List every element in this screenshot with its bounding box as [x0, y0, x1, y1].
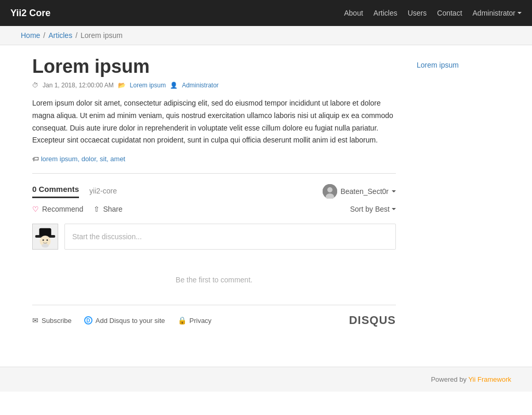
navbar-brand[interactable]: Yii2 Core [10, 8, 50, 19]
commenter-avatar-svg [33, 224, 58, 249]
tag-amet[interactable]: amet [110, 155, 125, 163]
tag-lorem-ipsum[interactable]: lorem ipsum [41, 155, 78, 163]
recommend-button[interactable]: ♡ Recommend [32, 205, 83, 213]
nav-item-articles[interactable]: Articles [374, 9, 397, 17]
disqus-logo: DISQUS [349, 314, 396, 327]
nav-item-about[interactable]: About [344, 9, 363, 17]
sort-caret [392, 208, 396, 210]
comment-input[interactable]: Start the discussion... [64, 224, 396, 250]
article-author[interactable]: Administrator [182, 82, 219, 89]
article-date: Jan 1, 2018, 12:00:00 AM [43, 82, 114, 89]
comment-input-row: Start the discussion... [32, 224, 396, 250]
disqus-header: 0 Comments yii2-core Beaten_Sect0r [32, 184, 396, 201]
footer-text: Powered by [431, 375, 468, 383]
breadcrumb-sep-1: / [43, 31, 45, 40]
disqus-tabs: 0 Comments yii2-core [32, 185, 117, 198]
secondary-tab[interactable]: yii2-core [89, 187, 117, 198]
commenter-avatar [32, 224, 58, 250]
disqus-section: 0 Comments yii2-core Beaten_Sect0r [32, 184, 396, 335]
page-footer: Powered by Yii Framework [0, 367, 532, 392]
sidebar-link[interactable]: Lorem ipsum [417, 61, 459, 69]
breadcrumb-current: Lorem ipsum [81, 31, 123, 40]
share-icon: ⇧ [94, 205, 100, 213]
content-area: Lorem ipsum ⏱ Jan 1, 2018, 12:00:00 AM 📂… [32, 56, 500, 335]
breadcrumb-bar: Home / Articles / Lorem ipsum [0, 26, 532, 45]
heart-icon: ♡ [32, 205, 39, 213]
disqus-footer: ✉ Subscribe D Add Disqus to your site 🔒 … [32, 305, 396, 335]
sort-button[interactable]: Sort by Best [350, 205, 396, 213]
subscribe-link[interactable]: ✉ Subscribe [32, 316, 72, 325]
divider-1 [32, 173, 396, 174]
disqus-footer-left: ✉ Subscribe D Add Disqus to your site 🔒 … [32, 316, 211, 325]
user-avatar-circle [323, 184, 337, 199]
privacy-link[interactable]: 🔒 Privacy [178, 316, 212, 325]
article-tags: 🏷 lorem ipsum, dolor, sit, amet [32, 155, 396, 163]
lock-icon: 🔒 [178, 316, 187, 325]
nav-item-users[interactable]: Users [408, 9, 427, 17]
user-dropdown-caret [392, 190, 396, 192]
clock-icon: ⏱ [32, 82, 38, 89]
footer-yii-link[interactable]: Yii Framework [468, 375, 511, 383]
breadcrumb-sep-2: / [75, 31, 77, 40]
disqus-actions: ♡ Recommend ⇧ Share Sort by Best [32, 201, 396, 217]
article-body: Lorem ipsum dolor sit amet, consectetur … [32, 97, 396, 147]
share-button[interactable]: ⇧ Share [94, 205, 122, 213]
comments-tab[interactable]: 0 Comments [32, 185, 79, 198]
svg-point-7 [46, 239, 48, 241]
user-avatar-svg [323, 184, 337, 199]
disqus-username: Beaten_Sect0r [340, 187, 389, 196]
add-disqus-link[interactable]: D Add Disqus to your site [84, 316, 165, 325]
sidebar: Lorem ipsum [417, 56, 500, 335]
nav-item-administrator[interactable]: Administrator [473, 9, 522, 17]
tag-dolor[interactable]: dolor [82, 155, 96, 163]
user-icon: 👤 [170, 82, 178, 89]
folder-icon: 📂 [118, 82, 126, 89]
breadcrumb-home[interactable]: Home [21, 31, 40, 40]
main-container: Lorem ipsum ⏱ Jan 1, 2018, 12:00:00 AM 📂… [11, 45, 521, 346]
article-title: Lorem ipsum [32, 56, 396, 77]
tag-sit[interactable]: sit [100, 155, 107, 163]
main-content: Lorem ipsum ⏱ Jan 1, 2018, 12:00:00 AM 📂… [32, 56, 396, 335]
tag-icon: 🏷 [32, 155, 41, 163]
svg-rect-4 [39, 228, 51, 236]
disqus-d-icon: D [84, 316, 92, 325]
article-meta: ⏱ Jan 1, 2018, 12:00:00 AM 📂 Lorem ipsum… [32, 82, 396, 89]
navbar: Yii2 Core About Articles Users Contact A… [0, 0, 532, 26]
first-comment-text: Be the first to comment. [32, 260, 396, 300]
admin-dropdown-caret [517, 12, 522, 14]
navbar-nav: About Articles Users Contact Administrat… [344, 9, 522, 17]
breadcrumb: Home / Articles / Lorem ipsum [21, 31, 511, 40]
comment-placeholder: Start the discussion... [72, 232, 142, 241]
svg-point-8 [42, 244, 48, 248]
disqus-user[interactable]: Beaten_Sect0r [323, 184, 396, 199]
envelope-icon: ✉ [32, 316, 38, 325]
svg-point-1 [327, 187, 332, 192]
breadcrumb-articles[interactable]: Articles [48, 31, 72, 40]
disqus-left-actions: ♡ Recommend ⇧ Share [32, 205, 123, 213]
svg-point-6 [43, 239, 44, 241]
article-category[interactable]: Lorem ipsum [130, 82, 166, 89]
nav-item-contact[interactable]: Contact [437, 9, 462, 17]
